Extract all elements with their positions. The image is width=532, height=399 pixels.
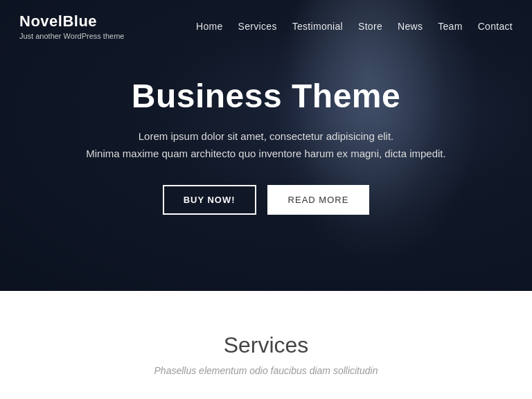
nav-news[interactable]: News	[398, 21, 423, 32]
main-nav: Home Services Testimonial Store News Tea…	[196, 21, 513, 32]
header: NovelBlue Just another WordPress theme H…	[0, 0, 532, 53]
nav-team[interactable]: Team	[438, 21, 462, 32]
buy-now-button[interactable]: BUY NOW!	[163, 185, 256, 215]
hero-subtitle-line2: Minima maxime quam architecto quo invent…	[86, 148, 445, 159]
services-subtitle: Phasellus elementum odio faucibus diam s…	[28, 365, 504, 376]
logo-tagline: Just another WordPress theme	[19, 32, 124, 40]
services-title: Services	[28, 332, 504, 358]
services-section: Services Phasellus elementum odio faucib…	[0, 291, 532, 399]
hero-subtitle-line1: Lorem ipsum dolor sit amet, consectetur …	[139, 130, 394, 142]
logo-title: NovelBlue	[19, 12, 124, 30]
nav-services[interactable]: Services	[238, 21, 277, 32]
hero-title: Business Theme	[86, 77, 445, 115]
hero-content: Business Theme Lorem ipsum dolor sit ame…	[44, 77, 487, 215]
nav-store[interactable]: Store	[358, 21, 382, 32]
read-more-button[interactable]: READ MORE	[267, 185, 370, 215]
logo-block: NovelBlue Just another WordPress theme	[19, 12, 124, 40]
hero-buttons: BUY NOW! READ MORE	[86, 185, 445, 215]
nav-testimonial[interactable]: Testimonial	[292, 21, 343, 32]
hero-subtitle: Lorem ipsum dolor sit amet, consectetur …	[86, 127, 445, 163]
nav-contact[interactable]: Contact	[478, 21, 513, 32]
nav-home[interactable]: Home	[196, 21, 223, 32]
